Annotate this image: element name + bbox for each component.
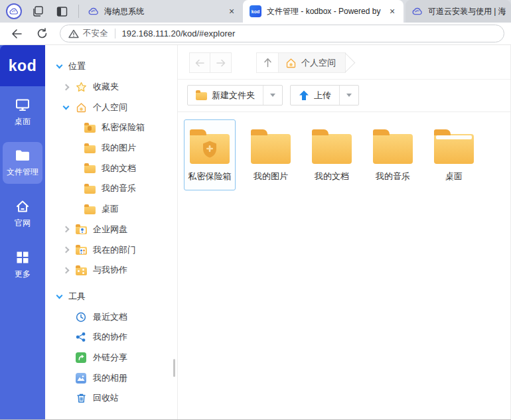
tree-item-label: 企业网盘 [93,224,127,236]
tab-title: 海纳思系统 [104,6,226,17]
security-label[interactable]: 不安全 [83,28,108,39]
tree-item-safe-box[interactable]: 私密保险箱 [45,117,177,138]
tab-close-icon[interactable]: × [386,5,398,17]
tree-item-label: 回收站 [93,392,119,404]
tree-item-label: 我在的部门 [93,244,136,256]
department-folder-icon [75,245,87,255]
url-text[interactable]: 192.168.111.20/kod/#explorer [122,29,236,38]
sidebar-item-label: 官网 [15,218,31,229]
kodbox-app: kod 桌面 文件管理 官网 更多 位置 [0,45,511,420]
browser-window: 海纳思系统 × kod 文件管理 - kodbox - Powered by ×… [0,0,511,420]
upload-arrow-icon [299,90,309,101]
tab-hinas[interactable]: 海纳思系统 × [82,0,243,23]
tree-item-my-department[interactable]: 我在的部门 [45,240,177,260]
chevron-right-icon [63,84,70,90]
caret-down-icon [346,94,352,97]
app-sidebar: kod 桌面 文件管理 官网 更多 [0,45,45,420]
tab-actions-icon[interactable] [52,1,72,21]
history-back-button[interactable] [189,52,210,73]
file-name: 桌面 [445,171,463,182]
tree-item-label: 我的音乐 [102,182,136,194]
tree-section-tools[interactable]: 工具 [45,287,177,307]
reload-button[interactable] [32,25,52,43]
tree-item-my-pictures[interactable]: 我的图片 [45,138,177,159]
chevron-right-icon [63,267,70,273]
sidebar-item-label: 文件管理 [7,167,38,178]
tree-scrollbar-thumb[interactable] [173,359,175,377]
tree-item-recent-docs[interactable]: 最近文档 [45,307,177,327]
sidebar-item-website[interactable]: 官网 [3,192,42,235]
tree-section-file-types[interactable]: 文件类型 [45,416,103,420]
workspace-cloud-icon[interactable] [4,1,24,21]
tree-item-company-drive[interactable]: 企业网盘 [45,220,177,240]
sidebar-item-more[interactable]: 更多 [3,244,42,286]
sidebar-item-file-manager[interactable]: 文件管理 [3,142,42,184]
tree-item-shared-with-me[interactable]: 与我协作 [45,260,177,281]
history-forward-button[interactable] [210,52,232,73]
tree-item-personal-space[interactable]: 个人空间 [45,97,177,117]
album-icon [75,373,87,384]
file-item-my-documents[interactable]: 我的文档 [306,119,358,190]
tree-item-label: 我的文档 [102,163,136,175]
cloud-favicon [412,7,423,15]
folder-icon [84,204,96,214]
tree-item-my-music[interactable]: 我的音乐 [45,178,177,199]
tab-close-icon[interactable]: × [226,5,238,17]
tab-separator [78,5,79,18]
new-folder-button[interactable]: 新建文件夹 [188,86,263,105]
company-folder-icon [75,224,87,235]
browser-toolbar: 不安全 192.168.111.20/kod/#explorer [0,23,511,45]
tree-item-label: 我的图片 [102,142,136,154]
tree-section-location[interactable]: 位置 [45,56,177,77]
tree-item-desktop[interactable]: 桌面 [45,199,177,220]
share-folder-icon [75,265,87,275]
tree-item-favorites[interactable]: 收藏夹 [45,77,177,98]
kod-logo[interactable]: kod [0,45,45,86]
file-item-desktop[interactable]: 桌面 [428,119,480,190]
tree-item-my-collaboration[interactable]: 我的协作 [45,327,177,348]
tab-title: 文件管理 - kodbox - Powered by [267,6,386,17]
chevron-right-icon [63,247,70,253]
new-folder-dropdown[interactable] [263,86,282,105]
file-item-my-pictures[interactable]: 我的图片 [245,119,297,190]
tree-item-label: 外链分享 [93,352,127,364]
folder-icon [373,134,413,164]
file-name: 我的图片 [254,171,288,182]
tree-item-label: 与我协作 [93,264,127,276]
kod-favicon: kod [250,5,261,17]
file-name: 我的文档 [315,171,349,182]
new-folder-label: 新建文件夹 [212,90,255,102]
tab-strip: 海纳思系统 × kod 文件管理 - kodbox - Powered by ×… [0,0,511,23]
folder-icon [84,183,96,194]
file-item-my-music[interactable]: 我的音乐 [367,119,419,190]
back-button[interactable] [7,25,27,43]
tree-item-label: 收藏夹 [93,81,119,93]
upload-dropdown[interactable] [339,86,358,105]
tab-kodcloud-docs[interactable]: 可道云安装与使用 | 海纳思 [405,0,511,23]
tree-item-label: 个人空间 [93,102,127,113]
sidebar-item-label: 更多 [15,269,31,280]
file-item-safe-box[interactable]: 私密保险箱 [184,119,236,190]
cloud-favicon [88,7,99,15]
upload-button[interactable]: 上传 [291,86,339,105]
address-divider [115,29,115,38]
safe-folder-icon [190,134,230,164]
clock-icon [75,312,87,322]
folder-icon [84,143,96,153]
vertical-tabs-icon[interactable] [28,1,48,21]
tree-item-recycle-bin[interactable]: 回收站 [45,388,177,409]
tree-item-my-albums[interactable]: 我的相册 [45,368,177,388]
section-label: 位置 [68,60,86,72]
star-icon [75,82,87,92]
tree-item-label: 最近文档 [93,311,127,323]
file-name: 我的音乐 [376,171,410,182]
section-label: 工具 [68,291,86,303]
tree-item-my-documents[interactable]: 我的文档 [45,158,177,178]
file-grid: 私密保险箱 我的图片 我的文档 我的音乐 桌面 [178,112,511,190]
address-bar[interactable]: 不安全 192.168.111.20/kod/#explorer [60,25,504,42]
go-up-button[interactable] [256,52,279,73]
sidebar-item-desktop[interactable]: 桌面 [3,91,42,133]
tree-item-link-share[interactable]: 外链分享 [45,348,177,368]
tab-kodbox-active[interactable]: kod 文件管理 - kodbox - Powered by × [243,0,403,23]
upload-split-button: 上传 [290,85,359,105]
